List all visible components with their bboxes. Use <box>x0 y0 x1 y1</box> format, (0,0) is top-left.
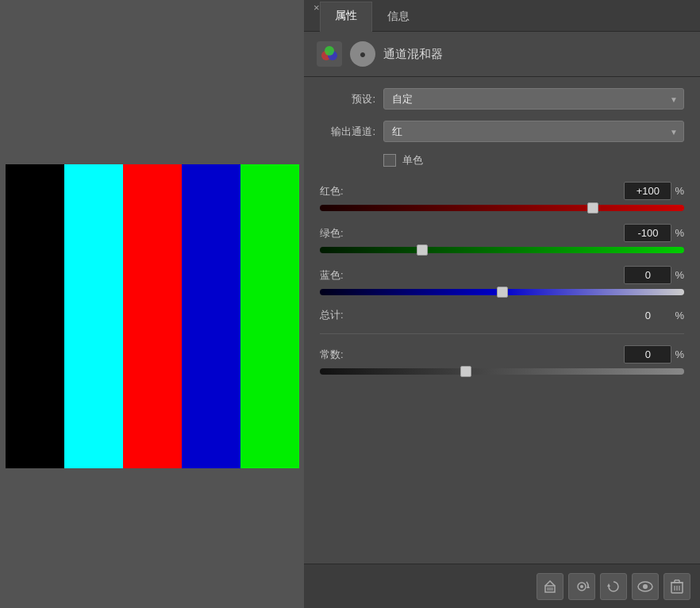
panel-toolbar <box>304 564 700 608</box>
delete-button[interactable] <box>663 573 690 600</box>
layer-icon-symbol: ● <box>360 48 366 60</box>
green-slider-section: 绿色: % <box>320 224 684 253</box>
svg-marker-7 <box>587 585 590 588</box>
total-value-wrap: 0 % <box>624 310 684 321</box>
red-slider-track[interactable] <box>320 205 684 211</box>
tabs-bar: 属性 信息 <box>304 0 700 32</box>
total-label: 总计: <box>320 308 360 322</box>
constant-slider-track[interactable] <box>320 368 684 375</box>
blue-slider-label: 蓝色: <box>320 268 360 283</box>
close-button[interactable]: × <box>309 0 325 15</box>
panel: × 属性 信息 ● 通道混和器 预设: 自定 默认 <box>304 0 700 608</box>
preset-label: 预设: <box>320 92 375 106</box>
output-channel-label: 输出通道: <box>320 125 375 139</box>
green-value-input[interactable] <box>624 224 671 242</box>
blue-slider-track[interactable] <box>320 289 684 295</box>
mono-checkbox[interactable] <box>383 154 396 167</box>
eye-icon <box>637 581 653 592</box>
preset-select[interactable]: 自定 默认 <box>383 88 684 110</box>
total-number: 0 <box>624 310 671 321</box>
canvas-area <box>0 0 304 608</box>
trash-icon <box>671 579 683 594</box>
red-value-input[interactable] <box>624 182 671 200</box>
output-channel-select-wrapper: 红 绿 蓝 ▼ <box>383 121 684 142</box>
red-slider-section: 红色: % <box>320 182 684 211</box>
blue-slider-header: 蓝色: % <box>320 266 684 284</box>
svg-point-2 <box>325 46 334 56</box>
eye-rotate-icon <box>574 579 590 595</box>
total-percent-label: % <box>675 310 684 321</box>
constant-value-wrap: % <box>624 345 684 364</box>
adjustment-icon <box>317 41 342 67</box>
mono-row: 单色 <box>320 153 684 167</box>
output-channel-select[interactable]: 红 绿 蓝 <box>383 121 684 142</box>
channel-mixer-svg <box>320 44 339 63</box>
svg-rect-4 <box>547 587 553 591</box>
strip-blue <box>182 164 240 468</box>
output-channel-row: 输出通道: 红 绿 蓝 ▼ <box>320 121 684 142</box>
clip-icon <box>543 579 557 594</box>
svg-point-6 <box>580 585 583 588</box>
total-row: 总计: 0 % <box>320 308 684 322</box>
red-value-wrap: % <box>624 182 684 200</box>
green-slider-track[interactable] <box>320 247 684 253</box>
strip-red <box>123 164 182 468</box>
visibility-button[interactable] <box>632 573 659 600</box>
green-slider-header: 绿色: % <box>320 224 684 242</box>
view-previous-button[interactable] <box>568 573 595 600</box>
svg-marker-8 <box>607 583 610 587</box>
layer-icon: ● <box>350 41 375 67</box>
panel-header: ● 通道混和器 <box>304 32 700 77</box>
constant-slider-label: 常数: <box>320 348 360 362</box>
panel-content: 预设: 自定 默认 ▼ 输出通道: 红 绿 蓝 ▼ <box>304 77 700 564</box>
blue-value-wrap: % <box>624 266 684 284</box>
strip-black <box>6 164 64 468</box>
green-value-wrap: % <box>624 224 684 242</box>
color-strips <box>6 164 299 468</box>
tab-info[interactable]: 信息 <box>372 2 425 32</box>
constant-value-input[interactable] <box>624 345 671 364</box>
constant-slider-section: 常数: % <box>320 345 684 375</box>
blue-value-input[interactable] <box>624 266 671 284</box>
constant-slider-thumb[interactable] <box>460 366 471 377</box>
blue-percent-label: % <box>675 269 684 281</box>
preset-row: 预设: 自定 默认 ▼ <box>320 88 684 110</box>
svg-point-10 <box>643 584 648 589</box>
green-percent-label: % <box>675 227 684 239</box>
constant-percent-label: % <box>675 348 684 360</box>
red-slider-header: 红色: % <box>320 182 684 200</box>
red-slider-label: 红色: <box>320 184 360 198</box>
reset-icon <box>606 579 621 594</box>
green-slider-label: 绿色: <box>320 226 360 241</box>
mono-label: 单色 <box>402 153 423 167</box>
blue-slider-thumb[interactable] <box>497 287 508 298</box>
panel-title: 通道混和器 <box>383 47 443 62</box>
clip-to-layer-button[interactable] <box>537 573 563 600</box>
constant-slider-header: 常数: % <box>320 345 684 364</box>
preset-select-wrapper: 自定 默认 ▼ <box>383 88 684 110</box>
tab-properties[interactable]: 属性 <box>320 2 372 32</box>
blue-slider-section: 蓝色: % <box>320 266 684 295</box>
divider <box>320 333 684 334</box>
strip-cyan <box>64 164 123 468</box>
reset-button[interactable] <box>600 573 627 600</box>
green-slider-thumb[interactable] <box>417 244 428 256</box>
strip-green <box>240 164 299 468</box>
red-percent-label: % <box>675 185 684 197</box>
red-slider-thumb[interactable] <box>587 202 598 214</box>
